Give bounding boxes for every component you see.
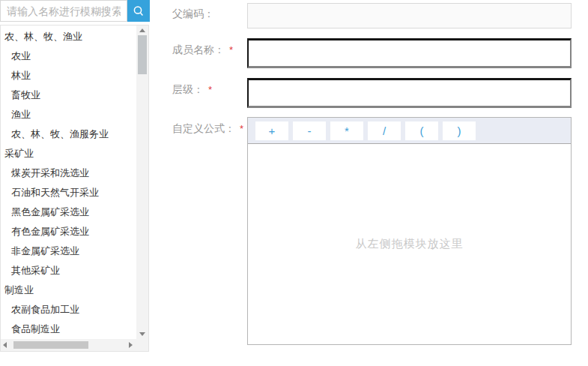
- operator-close-paren-button[interactable]: ): [443, 122, 476, 140]
- operator-open-paren-button[interactable]: (: [405, 122, 438, 140]
- list-item[interactable]: 煤炭开采和洗选业: [1, 164, 136, 183]
- operator-multiply-button[interactable]: *: [330, 122, 363, 140]
- operator-divide-button[interactable]: /: [368, 122, 401, 140]
- horizontal-scrollbar[interactable]: [1, 339, 136, 351]
- list-item[interactable]: 农、林、牧、渔服务业: [1, 124, 136, 144]
- list-item[interactable]: 其他采矿业: [1, 261, 136, 280]
- level-input[interactable]: [247, 78, 572, 108]
- list-item[interactable]: 畜牧业: [1, 86, 136, 105]
- member-name-label-text: 成员名称：: [172, 44, 225, 56]
- list-item[interactable]: 黑色金属矿采选业: [1, 202, 136, 222]
- formula-label-text: 自定义公式：: [172, 122, 235, 134]
- search-button[interactable]: [127, 0, 150, 22]
- member-name-label: 成员名称：*: [172, 44, 233, 57]
- list-item[interactable]: 农副食品加工业: [1, 300, 136, 320]
- list-item[interactable]: 有色金属矿采选业: [1, 222, 136, 242]
- search-icon: [133, 5, 145, 17]
- operator-toolbar: +-*/(): [248, 118, 571, 144]
- vertical-scrollbar[interactable]: [136, 26, 148, 339]
- list-item[interactable]: 采矿业: [1, 144, 136, 164]
- required-asterisk: *: [229, 44, 233, 56]
- dropzone-hint: 从左侧拖模块放这里: [356, 237, 464, 251]
- list-item[interactable]: 制造业: [1, 280, 136, 300]
- search-input[interactable]: [0, 0, 127, 22]
- required-asterisk: *: [240, 123, 243, 134]
- operator-plus-button[interactable]: +: [255, 122, 288, 140]
- parent-code-label-text: 父编码：: [172, 8, 214, 20]
- formula-dropzone[interactable]: 从左侧拖模块放这里: [248, 144, 571, 344]
- horizontal-scroll-thumb[interactable]: [13, 341, 88, 349]
- industry-tree-panel: 农、林、牧、渔业农业林业畜牧业渔业农、林、牧、渔服务业采矿业煤炭开采和洗选业石油…: [0, 25, 149, 352]
- required-asterisk: *: [208, 84, 212, 95]
- formula-label: 自定义公式：*: [172, 122, 243, 136]
- industry-tree: 农、林、牧、渔业农业林业畜牧业渔业农、林、牧、渔服务业采矿业煤炭开采和洗选业石油…: [1, 27, 136, 338]
- scroll-down-icon[interactable]: [139, 332, 145, 336]
- member-name-input[interactable]: [247, 38, 572, 68]
- list-item[interactable]: 食品制造业: [1, 320, 136, 338]
- parent-code-label: 父编码：: [172, 8, 214, 21]
- list-item[interactable]: 石油和天然气开采业: [1, 183, 136, 202]
- level-label: 层级：*: [172, 83, 212, 97]
- operator-minus-button[interactable]: -: [293, 122, 326, 140]
- list-item[interactable]: 林业: [1, 66, 136, 86]
- scrollbar-corner: [136, 339, 148, 351]
- list-item[interactable]: 非金属矿采选业: [1, 242, 136, 261]
- list-item[interactable]: 农业: [1, 46, 136, 66]
- scroll-up-icon[interactable]: [139, 28, 145, 32]
- scroll-right-icon[interactable]: [129, 342, 133, 348]
- scroll-left-icon[interactable]: [3, 342, 7, 348]
- vertical-scroll-thumb[interactable]: [138, 35, 147, 74]
- level-label-text: 层级：: [172, 83, 204, 95]
- parent-code-input[interactable]: [247, 3, 572, 28]
- list-item[interactable]: 渔业: [1, 105, 136, 124]
- formula-builder-panel: +-*/() 从左侧拖模块放这里: [247, 117, 572, 345]
- list-item[interactable]: 农、林、牧、渔业: [1, 27, 136, 46]
